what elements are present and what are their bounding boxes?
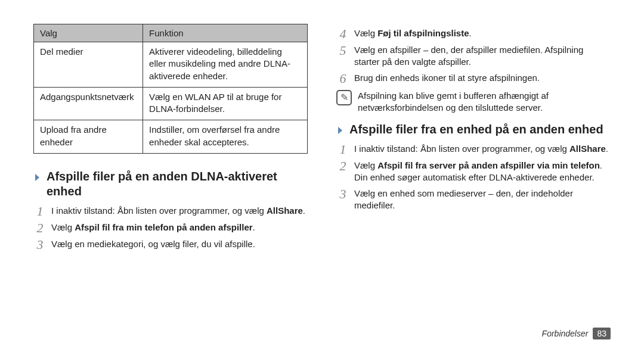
step-text: I inaktiv tilstand: Åbn listen over prog… [354,143,608,155]
table-header-option: Valg [34,24,143,42]
section-heading: Afspille filer på en anden DLNA-aktivere… [33,169,308,199]
step-item: 2 Vælg Afspil fil fra server på anden af… [336,160,611,184]
step-text: Vælg en afspiller – den, der afspiller m… [354,44,611,68]
chevron-icon [336,124,345,136]
note-text: Afspilning kan blive gemt i bufferen afh… [358,90,611,114]
step-number: 6 [338,72,348,85]
step-item: 5 Vælg en afspiller – den, der afspiller… [336,44,611,68]
page-footer: Forbindelser 83 [542,328,611,339]
step-number: 1 [35,205,45,218]
step-item: 1 I inaktiv tilstand: Åbn listen over pr… [336,143,611,156]
table-cell: Indstiller, om overførsel fra andre enhe… [143,120,308,154]
table-cell: Upload fra andre enheder [34,120,143,154]
table-cell: Vælg en WLAN AP til at bruge for DLNA-fo… [143,87,308,120]
step-text: Vælg en mediekategori, og vælg filer, du… [51,238,255,250]
step-item: 3 Vælg en enhed som medieserver – den, d… [336,188,611,212]
section-heading: Afspille filer fra en enhed på en anden … [336,122,611,137]
table-cell: Adgangspunktsnetværk [34,87,143,120]
table-row: Upload fra andre enheder Indstiller, om … [34,120,308,154]
footer-section-label: Forbindelser [542,329,589,338]
step-text: Brug din enheds ikoner til at styre afsp… [354,72,540,84]
step-number: 2 [338,160,348,173]
step-text: Vælg Afspil fil fra server på anden afsp… [354,160,602,184]
step-number: 1 [338,143,348,156]
table-row: Del medier Aktiverer videodeling, billed… [34,42,308,88]
page-number-badge: 83 [593,328,611,339]
section-title: Afspille filer fra en enhed på en anden … [349,122,603,137]
step-number: 3 [338,188,348,201]
table-cell: Aktiverer videodeling, billeddeling elle… [143,42,308,88]
section-title: Afspille filer på en anden DLNA-aktivere… [47,169,308,199]
table-header-function: Funktion [143,24,308,42]
options-table: Valg Funktion Del medier Aktiverer video… [33,24,308,154]
step-item: 1 I inaktiv tilstand: Åbn listen over pr… [33,205,308,218]
left-column: Valg Funktion Del medier Aktiverer video… [33,24,308,255]
step-item: 6 Brug din enheds ikoner til at styre af… [336,72,611,85]
step-text: Vælg Føj til afspilningsliste. [354,27,472,39]
chevron-icon [33,172,42,183]
table-cell: Del medier [34,42,143,88]
step-text: Vælg en enhed som medieserver – den, der… [354,188,611,212]
step-number: 2 [35,222,45,235]
note-block: ✎ Afspilning kan blive gemt i bufferen a… [336,90,611,114]
step-item: 4 Vælg Føj til afspilningsliste. [336,27,611,40]
table-row: Adgangspunktsnetværk Vælg en WLAN AP til… [34,87,308,120]
step-number: 3 [35,238,45,251]
step-text: I inaktiv tilstand: Åbn listen over prog… [51,205,305,217]
step-number: 5 [338,44,348,57]
step-text: Vælg Afspil fil fra min telefon på anden… [51,222,255,233]
step-item: 2 Vælg Afspil fil fra min telefon på and… [33,222,308,235]
note-icon: ✎ [336,90,352,105]
step-item: 3 Vælg en mediekategori, og vælg filer, … [33,238,308,251]
right-column: 4 Vælg Føj til afspilningsliste. 5 Vælg … [336,24,611,255]
step-number: 4 [338,27,348,40]
